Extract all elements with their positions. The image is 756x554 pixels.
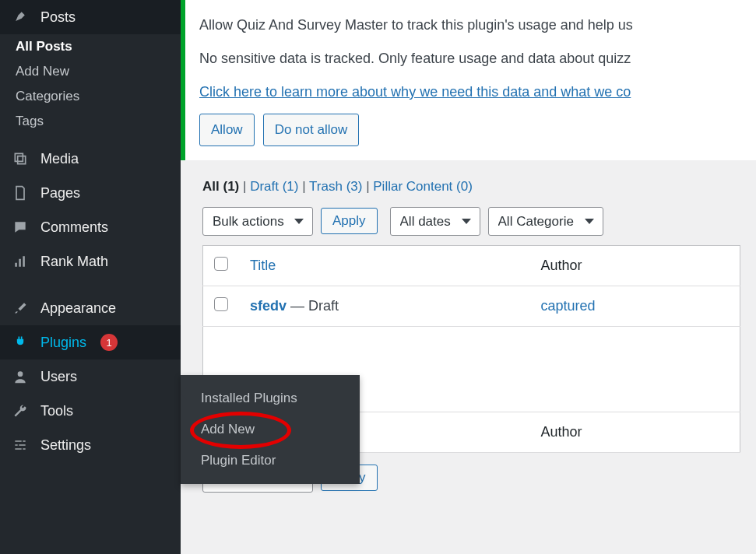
row-checkbox[interactable] (214, 297, 228, 311)
categories-select[interactable]: All Categorie (488, 207, 603, 236)
sidebar-label: Settings (40, 437, 91, 454)
sidebar-label: Posts (40, 9, 76, 26)
sidebar-item-posts[interactable]: Posts (0, 0, 181, 34)
chart-icon (11, 252, 30, 271)
sidebar-item-users[interactable]: Users (0, 359, 181, 394)
sidebar-item-rankmath[interactable]: Rank Math (0, 244, 181, 279)
media-icon (11, 149, 30, 168)
notice-learn-more-link[interactable]: Click here to learn more about why we ne… (199, 84, 631, 100)
pin-icon (11, 8, 30, 26)
sidebar-label: Users (40, 369, 77, 385)
allow-button[interactable]: Allow (199, 114, 255, 146)
sidebar-item-settings[interactable]: Settings (0, 428, 181, 462)
pages-icon (11, 184, 30, 202)
filter-all[interactable]: All (1) (202, 179, 239, 194)
row-author-link[interactable]: captured (541, 298, 596, 314)
sidebar-sub-add-new[interactable]: Add New (0, 59, 181, 84)
sidebar-label: Rank Math (40, 254, 108, 270)
flyout-installed-plugins[interactable]: Installed Plugins (181, 383, 360, 414)
post-status-filters: All (1) | Draft (1) | Trash (3) | Pillar… (202, 171, 740, 204)
sidebar-label: Plugins (40, 335, 86, 351)
col-author-bottom[interactable]: Author (530, 412, 740, 452)
col-author[interactable]: Author (530, 245, 740, 286)
plugins-flyout: Installed Plugins Add New Plugin Editor (181, 375, 360, 484)
sidebar-item-comments[interactable]: Comments (0, 210, 181, 244)
sidebar-sub-categories[interactable]: Categories (0, 84, 181, 109)
sidebar-item-pages[interactable]: Pages (0, 176, 181, 210)
sidebar-label: Comments (40, 219, 108, 236)
notice-line1: Allow Quiz And Survey Master to track th… (199, 14, 742, 37)
svg-point-0 (18, 371, 23, 377)
tablenav-top: Bulk actions Apply All dates All Categor… (202, 204, 740, 245)
sidebar-item-plugins[interactable]: Plugins 1 (0, 325, 181, 359)
filter-pillar[interactable]: Pillar Content (0) (373, 179, 473, 194)
sidebar-label: Pages (40, 185, 80, 202)
comments-icon (11, 218, 30, 237)
sidebar-item-media[interactable]: Media (0, 142, 181, 176)
sidebar-item-appearance[interactable]: Appearance (0, 291, 181, 325)
dates-select[interactable]: All dates (390, 207, 480, 236)
wrench-icon (11, 401, 30, 420)
select-all-checkbox[interactable] (214, 257, 228, 271)
flyout-plugin-editor[interactable]: Plugin Editor (181, 445, 360, 476)
do-not-allow-button[interactable]: Do not allow (263, 114, 360, 146)
sidebar-label: Tools (40, 403, 73, 419)
sidebar-label: Appearance (40, 300, 116, 317)
table-row[interactable]: sfedv — Draft captured (203, 286, 740, 326)
sidebar-label: Media (40, 151, 79, 167)
sidebar-sub-tags[interactable]: Tags (0, 109, 181, 134)
row-state: — Draft (290, 298, 339, 314)
tracking-notice: Allow Quiz And Survey Master to track th… (181, 0, 756, 160)
notice-line2: No sensitive data is tracked. Only featu… (199, 47, 742, 70)
plug-icon (11, 333, 30, 352)
sliders-icon (11, 436, 30, 454)
sidebar-sub-all-posts[interactable]: All Posts (0, 34, 181, 59)
brush-icon (11, 299, 30, 317)
col-title[interactable]: Title (239, 245, 530, 286)
row-title-link[interactable]: sfedv (250, 298, 287, 314)
sidebar-item-tools[interactable]: Tools (0, 394, 181, 428)
user-icon (11, 367, 30, 386)
apply-button-top[interactable]: Apply (321, 208, 378, 234)
filter-draft[interactable]: Draft (1) (250, 179, 298, 194)
flyout-add-new[interactable]: Add New (181, 414, 360, 445)
admin-sidebar: Posts All Posts Add New Categories Tags … (0, 0, 181, 554)
bulk-actions-select[interactable]: Bulk actions (202, 207, 313, 236)
filter-trash[interactable]: Trash (3) (309, 179, 362, 194)
plugins-update-badge: 1 (100, 334, 118, 351)
